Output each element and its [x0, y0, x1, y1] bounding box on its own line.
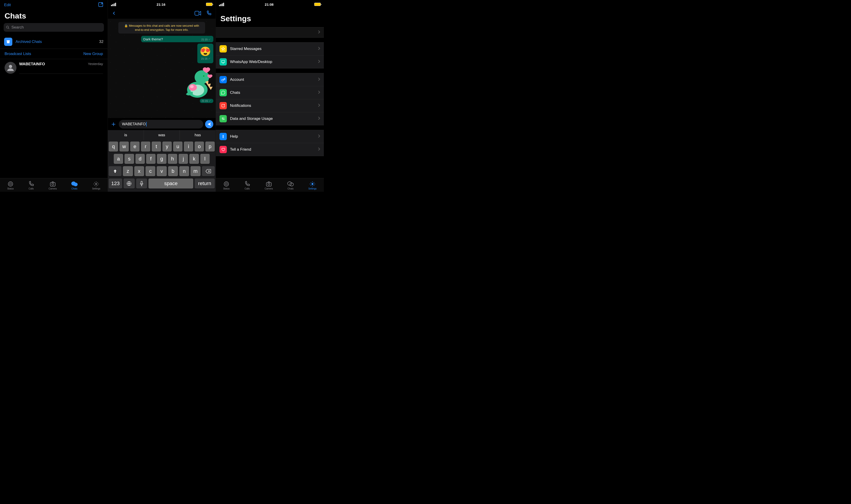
svg-point-6: [8, 182, 13, 186]
key-w[interactable]: w: [120, 142, 129, 151]
chat-list-item[interactable]: WABETAINFO Yesterday: [0, 59, 108, 76]
tab-status[interactable]: Status: [7, 181, 14, 190]
key-n[interactable]: n: [179, 166, 189, 176]
send-button[interactable]: [205, 120, 213, 128]
svg-point-17: [203, 75, 205, 77]
encryption-banner[interactable]: 🔒Messages to this chat and calls are now…: [118, 22, 205, 34]
emoji-message[interactable]: 😍 21:15: [197, 43, 213, 63]
svg-rect-27: [223, 136, 224, 138]
key-u[interactable]: u: [173, 142, 182, 151]
chevron-right-icon: [318, 47, 320, 51]
key-y[interactable]: y: [162, 142, 172, 151]
settings-row-chats[interactable]: Chats: [216, 86, 324, 99]
mic-key[interactable]: [136, 179, 147, 188]
bell-icon: [219, 102, 227, 109]
tab-status[interactable]: Status: [223, 181, 230, 190]
globe-key[interactable]: [124, 179, 135, 188]
suggestion[interactable]: has: [180, 130, 216, 140]
key-j[interactable]: j: [179, 154, 188, 164]
backspace-key[interactable]: [202, 166, 215, 176]
key-d[interactable]: d: [136, 154, 145, 164]
input-bar: ＋ WABETAINFO: [108, 118, 216, 130]
settings-row-data-and-storage-usage[interactable]: Data and Storage Usage: [216, 112, 324, 125]
nav-bar: Edit: [0, 0, 108, 10]
archived-chats-row[interactable]: Archived Chats 32: [0, 35, 108, 49]
edit-button[interactable]: Edit: [4, 3, 11, 7]
key-t[interactable]: t: [152, 142, 161, 151]
tab-chats[interactable]: Chats: [71, 181, 78, 190]
tab-camera[interactable]: Camera: [49, 181, 57, 190]
key-q[interactable]: q: [109, 142, 118, 151]
settings-row-whatsapp-web-desktop[interactable]: WhatsApp Web/Desktop: [216, 55, 324, 68]
chevron-right-icon: [318, 134, 320, 139]
signal-icon: [111, 3, 116, 6]
key-m[interactable]: m: [191, 166, 200, 176]
svg-point-25: [224, 104, 225, 106]
battery-icon: [206, 3, 212, 6]
key-x[interactable]: x: [134, 166, 144, 176]
keyboard-suggestions: iswashas: [108, 130, 216, 140]
tab-chats[interactable]: Chats: [287, 181, 294, 190]
conversation-screen: 21:16 🔒Messages to this chat and calls a…: [108, 0, 216, 192]
key-l[interactable]: l: [200, 154, 210, 164]
tab-bar: StatusCallsCameraChatsSettings: [216, 178, 324, 192]
svg-point-28: [224, 182, 229, 186]
tab-settings[interactable]: Settings: [92, 181, 100, 190]
key-g[interactable]: g: [157, 154, 166, 164]
key-f[interactable]: f: [146, 154, 156, 164]
tab-calls[interactable]: Calls: [244, 181, 250, 190]
key-e[interactable]: e: [130, 142, 140, 151]
status-bar: 21:16: [108, 0, 216, 9]
message-bubble[interactable]: Dark theme? 21:15: [141, 36, 213, 42]
key-r[interactable]: r: [141, 142, 150, 151]
svg-rect-13: [195, 11, 199, 15]
key-s[interactable]: s: [124, 154, 134, 164]
sticker-message[interactable]: 21:15: [172, 65, 213, 103]
broadcast-lists-button[interactable]: Broadcast Lists: [4, 52, 31, 56]
svg-point-34: [312, 183, 313, 185]
numbers-key[interactable]: 123: [109, 179, 122, 188]
message-input[interactable]: WABETAINFO: [119, 120, 203, 128]
status-bar: 21:08: [216, 0, 324, 9]
key-k[interactable]: k: [189, 154, 199, 164]
settings-row-starred-messages[interactable]: Starred Messages: [216, 42, 324, 55]
settings-row-notifications[interactable]: Notifications: [216, 99, 324, 112]
key-h[interactable]: h: [168, 154, 177, 164]
shift-key[interactable]: [109, 166, 122, 176]
back-button[interactable]: [112, 11, 116, 17]
archived-label: Archived Chats: [16, 39, 99, 44]
tab-calls[interactable]: Calls: [28, 181, 34, 190]
key-i[interactable]: i: [184, 142, 193, 151]
attach-button[interactable]: ＋: [110, 120, 117, 129]
keyboard: qwertyuiopasdfghjklzxcvbnm123spacereturn: [108, 140, 216, 192]
suggestion[interactable]: was: [144, 130, 180, 140]
video-call-button[interactable]: [195, 11, 201, 16]
key-a[interactable]: a: [114, 154, 123, 164]
key-v[interactable]: v: [157, 166, 166, 176]
chevron-right-icon: [318, 77, 320, 82]
voice-call-button[interactable]: [206, 11, 212, 17]
chevron-right-icon: [318, 30, 320, 35]
profile-row[interactable]: [216, 28, 324, 37]
tab-settings[interactable]: Settings: [308, 181, 317, 190]
archived-count: 32: [99, 39, 104, 44]
settings-row-account[interactable]: Account: [216, 73, 324, 86]
svg-rect-2: [6, 40, 10, 41]
search-input[interactable]: Search: [4, 23, 104, 32]
key-z[interactable]: z: [123, 166, 133, 176]
settings-row-help[interactable]: Help: [216, 130, 324, 143]
key-p[interactable]: p: [205, 142, 215, 151]
messages-area[interactable]: 🔒Messages to this chat and calls are now…: [108, 19, 216, 118]
lock-icon: 🔒: [124, 24, 128, 28]
settings-row-tell-a-friend[interactable]: Tell a Friend: [216, 143, 324, 156]
new-group-button[interactable]: New Group: [83, 52, 103, 56]
key-b[interactable]: b: [168, 166, 178, 176]
compose-button[interactable]: [98, 2, 104, 8]
key-c[interactable]: c: [145, 166, 155, 176]
return-key[interactable]: return: [195, 179, 215, 188]
suggestion[interactable]: is: [108, 130, 144, 140]
space-key[interactable]: space: [148, 179, 193, 188]
desktop-icon: [219, 58, 227, 66]
tab-camera[interactable]: Camera: [265, 181, 273, 190]
key-o[interactable]: o: [195, 142, 204, 151]
